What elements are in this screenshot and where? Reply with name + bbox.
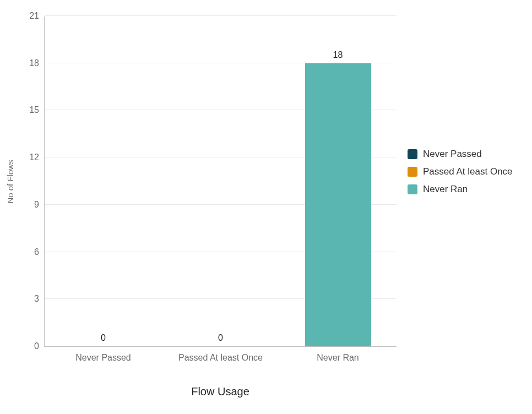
legend-item: Never Passed: [408, 149, 513, 160]
legend-label: Never Ran: [423, 184, 468, 195]
y-tick-label: 6: [34, 247, 39, 257]
y-tick-label: 0: [34, 341, 39, 351]
legend-swatch: [408, 167, 417, 177]
legend-item: Never Ran: [408, 184, 513, 195]
y-tick-label: 15: [29, 105, 39, 115]
bar-value-label: 0: [218, 333, 223, 343]
bar-slot: 0 Never Passed: [45, 17, 162, 346]
bar-value-label: 0: [101, 333, 106, 343]
y-axis-label: No of Flows: [6, 160, 15, 203]
y-tick-label: 12: [29, 152, 39, 162]
bar-slot: 18 Never Ran: [279, 17, 397, 346]
x-tick-label: Passed At least Once: [178, 353, 263, 363]
legend-swatch: [408, 184, 417, 194]
bar-never-ran: 18: [305, 63, 371, 346]
x-axis-label: Flow Usage: [191, 385, 249, 398]
x-tick-label: Never Passed: [75, 353, 131, 363]
flow-usage-chart: No of Flows 0 3 6 9 12 15 18 21 0 Never …: [0, 0, 532, 414]
legend-swatch: [408, 149, 417, 159]
bar-slot: 0 Passed At least Once: [162, 17, 279, 346]
plot-area: 0 3 6 9 12 15 18 21 0 Never Passed 0 Pas…: [44, 17, 397, 347]
x-tick-label: Never Ran: [317, 353, 359, 363]
bar-value-label: 18: [333, 50, 343, 60]
legend-label: Never Passed: [423, 149, 482, 160]
y-tick-label: 9: [34, 200, 39, 210]
legend-label: Passed At least Once: [423, 166, 513, 177]
y-tick-label: 3: [34, 294, 39, 304]
y-tick-label: 21: [29, 11, 39, 21]
legend: Never Passed Passed At least Once Never …: [408, 149, 513, 201]
bars-container: 0 Never Passed 0 Passed At least Once 18…: [45, 17, 397, 346]
gridline: 21: [45, 15, 397, 16]
y-tick-label: 18: [29, 58, 39, 68]
legend-item: Passed At least Once: [408, 166, 513, 177]
